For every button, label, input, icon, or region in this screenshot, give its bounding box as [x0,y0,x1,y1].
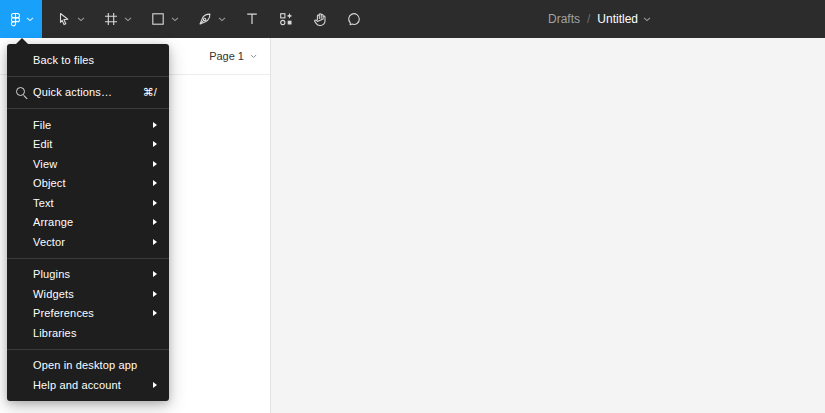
chevron-down-icon[interactable] [124,17,132,22]
menu-item-label: Vector [33,236,65,248]
menu-item-plugins[interactable]: Plugins [7,265,169,285]
search-icon [16,87,28,99]
menu-item-vector[interactable]: Vector [7,232,169,252]
submenu-arrow-icon [153,291,157,297]
menu-item-label: Libraries [33,327,77,339]
submenu-arrow-icon [153,200,157,206]
submenu-arrow-icon [153,161,157,167]
file-name: Untitled [597,12,638,26]
menu-item-arrange[interactable]: Arrange [7,213,169,233]
pen-tool-button[interactable] [188,0,235,38]
menu-section: Quick actions…⌘/ [7,76,169,103]
move-tool-button[interactable] [47,0,94,38]
chevron-down-icon[interactable] [171,17,179,22]
chevron-down-icon [26,17,34,22]
main-menu-button[interactable] [0,0,42,38]
menu-item-label: Help and account [33,379,121,391]
menu-section: Open in desktop appHelp and account [7,349,169,395]
menu-section: Back to files [7,50,169,70]
hand-icon [312,11,328,27]
breadcrumb-divider: / [587,12,590,26]
submenu-arrow-icon [153,219,157,225]
frame-icon [103,11,119,27]
toolbar: Drafts / Untitled [0,0,825,38]
menu-section: PluginsWidgetsPreferencesLibraries [7,258,169,343]
canvas[interactable] [272,38,825,413]
menu-section: FileEditViewObjectTextArrangeVector [7,108,169,252]
submenu-arrow-icon [153,239,157,245]
frame-tool-button[interactable] [94,0,141,38]
menu-item-view[interactable]: View [7,154,169,174]
chevron-down-icon [250,54,257,59]
submenu-arrow-icon [153,180,157,186]
actions-icon [278,11,294,27]
menu-item-object[interactable]: Object [7,174,169,194]
menu-item-label: Arrange [33,216,73,228]
menu-item-file[interactable]: File [7,115,169,135]
menu-item-label: Preferences [33,307,94,319]
menu-item-label: View [33,158,57,170]
text-tool-button[interactable] [235,0,269,38]
menu-item-help-and-account[interactable]: Help and account [7,375,169,395]
comment-tool-button[interactable] [337,0,371,38]
menu-item-label: Widgets [33,288,74,300]
file-name-menu[interactable]: Untitled [597,12,651,26]
menu-item-preferences[interactable]: Preferences [7,304,169,324]
pen-icon [197,11,213,27]
menu-item-label: Plugins [33,268,70,280]
breadcrumb: Drafts / Untitled [548,0,651,38]
cursor-icon [56,11,72,27]
menu-item-back-to-files[interactable]: Back to files [7,50,169,70]
breadcrumb-folder[interactable]: Drafts [548,12,580,26]
submenu-arrow-icon [153,382,157,388]
chevron-down-icon[interactable] [77,17,85,22]
menu-item-label: Edit [33,138,53,150]
text-icon [244,11,260,27]
chevron-down-icon[interactable] [218,17,226,22]
chevron-down-icon [643,17,651,22]
submenu-arrow-icon [153,271,157,277]
menu-item-shortcut: ⌘/ [143,86,157,99]
menu-item-quick-actions[interactable]: Quick actions…⌘/ [7,83,169,103]
menu-item-widgets[interactable]: Widgets [7,284,169,304]
menu-item-label: Back to files [33,54,94,66]
resources-tool-button[interactable] [269,0,303,38]
submenu-arrow-icon [153,141,157,147]
shape-tool-button[interactable] [141,0,188,38]
menu-item-label: Object [33,177,66,189]
tool-group [47,0,371,38]
figma-logo-icon [8,12,23,27]
page-selector-label: Page 1 [209,50,244,62]
menu-item-label: Open in desktop app [33,359,137,371]
figma-menu-dropdown: Back to filesQuick actions…⌘/FileEditVie… [7,44,169,401]
menu-item-label: Quick actions… [33,86,112,98]
menu-item-edit[interactable]: Edit [7,135,169,155]
rectangle-icon [150,11,166,27]
menu-item-open-in-desktop-app[interactable]: Open in desktop app [7,356,169,376]
comment-icon [346,11,362,27]
menu-item-libraries[interactable]: Libraries [7,323,169,343]
menu-item-text[interactable]: Text [7,193,169,213]
submenu-arrow-icon [153,122,157,128]
hand-tool-button[interactable] [303,0,337,38]
submenu-arrow-icon [153,310,157,316]
menu-item-label: Text [33,197,54,209]
menu-item-label: File [33,119,51,131]
